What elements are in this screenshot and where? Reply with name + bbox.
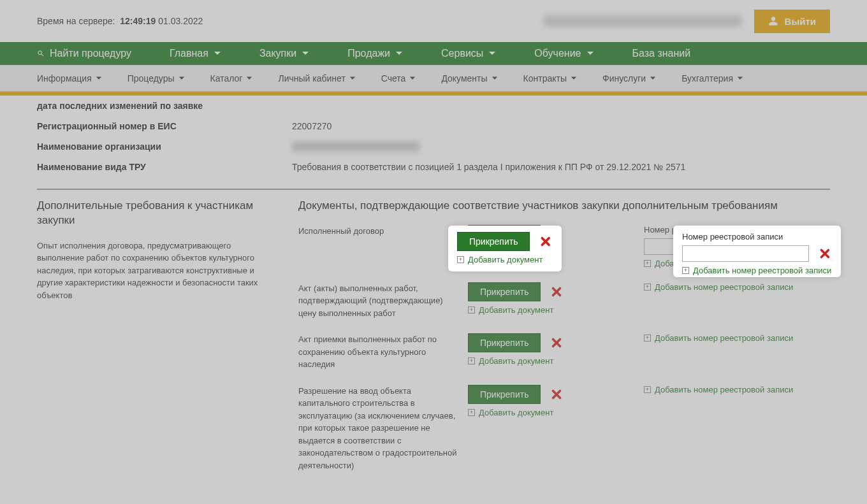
divider	[37, 189, 830, 190]
doc-name: Акт приемки выполненных работ по сохране…	[298, 333, 458, 371]
chevron-down-icon	[571, 75, 577, 82]
plus-icon: +	[644, 260, 651, 267]
plus-icon: +	[644, 386, 651, 393]
plus-icon: +	[457, 256, 464, 263]
doc-name: Исполненный договор	[298, 225, 458, 268]
chevron-down-icon	[302, 50, 309, 57]
add-registry-link[interactable]: + Добавить номер реестровой записи	[644, 333, 830, 343]
main-nav: Найти процедуру Главная Закупки Продажи …	[0, 42, 867, 65]
server-date: 01.03.2022	[158, 16, 203, 26]
add-registry-link[interactable]: + Добавить номер реестровой записи	[644, 282, 830, 292]
plus-icon: +	[644, 284, 651, 291]
remove-icon[interactable]	[550, 336, 564, 350]
user-icon	[768, 16, 778, 26]
attach-button[interactable]: Прикрепить	[468, 385, 541, 404]
org-name-blur	[292, 141, 419, 152]
info-row-tru: Наименование вида ТРУ Требования в соотв…	[37, 157, 830, 177]
doc-row: Акт приемки выполненных работ по сохране…	[298, 333, 830, 371]
requirement-text: Опыт исполнения договора, предусматриваю…	[37, 240, 279, 302]
chevron-down-icon	[492, 75, 498, 82]
chevron-down-icon	[96, 75, 102, 82]
sub-procedures[interactable]: Процедуры	[127, 73, 185, 83]
chevron-down-icon	[650, 75, 656, 82]
nav-services[interactable]: Сервисы	[441, 48, 496, 59]
server-time-value: 12:49:19	[120, 16, 156, 26]
info-row-regnum: Регистрационный номер в ЕИС 22007270	[37, 116, 830, 136]
highlight-registry: Номер реестровой записи + Добавить номер…	[673, 226, 841, 277]
plus-icon: +	[682, 267, 689, 274]
doc-row: Разрешение на ввод объекта капитального …	[298, 385, 830, 472]
chevron-down-icon	[246, 75, 252, 82]
registry-label: Номер реестровой записи	[682, 232, 832, 241]
server-time: Время на сервере: 12:49:19 01.03.2022	[37, 16, 203, 26]
nav-sales[interactable]: Продажи	[347, 48, 403, 59]
logout-button[interactable]: Выйти	[754, 10, 830, 33]
add-registry-link[interactable]: + Добавить номер реестровой записи	[644, 385, 830, 394]
sub-documents[interactable]: Документы	[441, 73, 497, 83]
sub-accounting[interactable]: Бухгалтерия	[681, 73, 743, 83]
nav-main[interactable]: Главная	[170, 48, 221, 59]
chevron-down-icon	[214, 50, 221, 57]
top-bar: Время на сервере: 12:49:19 01.03.2022 Вы…	[0, 0, 867, 42]
user-info	[544, 15, 741, 27]
doc-name: Акт (акты) выполненных работ, подтвержда…	[298, 282, 458, 320]
remove-icon[interactable]	[818, 247, 832, 261]
attach-button[interactable]: Прикрепить	[468, 282, 541, 301]
add-document-link[interactable]: + Добавить документ	[457, 255, 553, 264]
chevron-down-icon	[395, 50, 403, 57]
row-label: дата последних изменений по заявке	[37, 101, 292, 111]
sub-info[interactable]: Информация	[37, 73, 102, 83]
section-title-right: Документы, подтверждающие соответствие у…	[298, 199, 830, 213]
chevron-down-icon	[586, 50, 594, 57]
remove-icon[interactable]	[550, 285, 564, 299]
add-document-link[interactable]: + Добавить документ	[468, 356, 634, 366]
nav-training[interactable]: Обучение	[534, 48, 594, 59]
doc-row: Акт (акты) выполненных работ, подтвержда…	[298, 282, 830, 320]
sub-finservices[interactable]: Финуслуги	[602, 73, 656, 83]
row-value: 22007270	[292, 121, 830, 131]
content: дата последних изменений по заявке Регис…	[0, 96, 867, 504]
info-row-lastchange: дата последних изменений по заявке	[37, 96, 830, 116]
attach-button[interactable]: Прикрепить	[468, 333, 541, 352]
logout-label: Выйти	[785, 16, 816, 27]
highlight-attach: Прикрепить + Добавить документ	[448, 226, 562, 271]
chevron-down-icon	[178, 75, 185, 82]
row-label: Наименование организации	[37, 141, 292, 152]
chevron-down-icon	[488, 50, 496, 57]
registry-input[interactable]	[682, 245, 809, 262]
info-row-org: Наименование организации	[37, 136, 830, 157]
row-label: Регистрационный номер в ЕИС	[37, 121, 292, 131]
section-title-left: Дополнительные требования к участникам з…	[37, 199, 279, 228]
attach-button[interactable]: Прикрепить	[457, 232, 530, 251]
chevron-down-icon	[737, 75, 743, 82]
search-procedure[interactable]: Найти процедуру	[37, 48, 131, 59]
plus-icon: +	[468, 357, 475, 364]
remove-icon[interactable]	[550, 387, 564, 401]
search-label: Найти процедуру	[50, 48, 131, 59]
nav-purchases[interactable]: Закупки	[259, 48, 309, 59]
row-value: Требования в соответствии с позицией 1 р…	[292, 162, 830, 172]
nav-kb[interactable]: База знаний	[632, 48, 691, 59]
plus-icon: +	[468, 306, 475, 313]
row-label: Наименование вида ТРУ	[37, 162, 292, 172]
chevron-down-icon	[349, 75, 356, 82]
doc-name: Разрешение на ввод объекта капитального …	[298, 385, 458, 472]
add-document-link[interactable]: + Добавить документ	[468, 305, 634, 315]
add-document-link[interactable]: + Добавить документ	[468, 408, 634, 417]
sub-account[interactable]: Личный кабинет	[278, 73, 355, 83]
chevron-down-icon	[409, 75, 416, 82]
remove-icon[interactable]	[539, 234, 553, 248]
search-icon	[37, 50, 45, 57]
sub-nav: Информация Процедуры Каталог Личный каби…	[0, 65, 867, 92]
plus-icon: +	[644, 335, 651, 342]
server-time-label: Время на сервере:	[37, 16, 115, 26]
add-registry-link[interactable]: + Добавить номер реестровой записи	[682, 266, 832, 275]
sub-catalog[interactable]: Каталог	[210, 73, 253, 83]
plus-icon: +	[468, 409, 475, 416]
sub-bills[interactable]: Счета	[381, 73, 416, 83]
sub-contracts[interactable]: Контракты	[523, 73, 577, 83]
